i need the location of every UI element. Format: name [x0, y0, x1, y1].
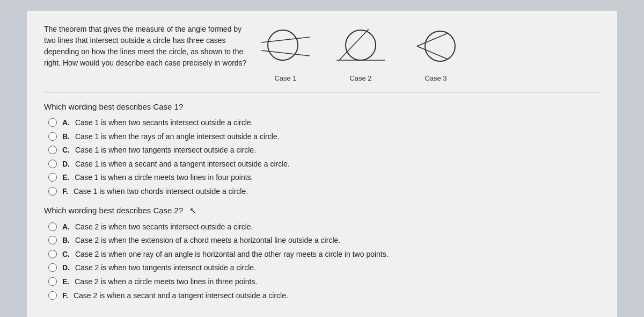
svg-line-8: [417, 46, 448, 59]
q1-radio-d[interactable]: [48, 160, 57, 168]
cursor-icon: ↖: [189, 206, 196, 215]
svg-line-5: [339, 29, 369, 60]
case2-svg: [334, 24, 387, 72]
q1-letter-b: B.: [62, 132, 70, 142]
q2-option-b[interactable]: B. Case 2 is when the extension of a cho…: [48, 235, 600, 246]
q2-option-e[interactable]: E. Case 2 is when a circle meets two lin…: [48, 277, 600, 287]
question2-text: Which wording best describes Case 2? ↖: [44, 206, 600, 215]
q2-text-e: Case 2 is when a circle meets two lines …: [75, 277, 257, 287]
q2-radio-f[interactable]: [48, 291, 57, 300]
q1-letter-a: A.: [62, 118, 70, 128]
svg-point-6: [425, 31, 455, 61]
q1-text-f: Case 1 is when two chords intersect outs…: [74, 186, 248, 197]
q1-option-f[interactable]: F. Case 1 is when two chords intersect o…: [48, 186, 600, 197]
q1-radio-b[interactable]: [48, 132, 57, 141]
question1-options: A. Case 1 is when two secants intersect …: [48, 118, 600, 197]
q1-text-c: Case 1 is when two tangents intersect ou…: [75, 145, 256, 156]
q1-option-c[interactable]: C. Case 1 is when two tangents intersect…: [48, 145, 600, 156]
q2-radio-e[interactable]: [48, 277, 57, 286]
svg-point-3: [346, 30, 376, 60]
q2-letter-d: D.: [62, 263, 70, 273]
q2-radio-d[interactable]: [48, 263, 57, 272]
q1-text-d: Case 1 is when a secant and a tangent in…: [75, 159, 290, 170]
q2-letter-a: A.: [62, 222, 70, 233]
theorem-text: The theorem that gives the measure of th…: [44, 24, 248, 69]
case3-label: Case 3: [425, 74, 447, 82]
diagrams-container: Case 1 Case 2: [259, 24, 600, 82]
q1-radio-a[interactable]: [48, 118, 57, 127]
q1-radio-f[interactable]: [48, 187, 57, 196]
question2-options: A. Case 2 is when two secants intersect …: [48, 222, 600, 301]
q2-text-a: Case 2 is when two secants intersect out…: [75, 222, 253, 233]
q1-radio-e[interactable]: [48, 173, 57, 182]
q2-text-f: Case 2 is when a secant and a tangent in…: [74, 291, 288, 301]
q1-option-b[interactable]: B. Case 1 is when the rays of an angle i…: [48, 132, 600, 142]
case2-label: Case 2: [349, 74, 371, 82]
case1-svg: [259, 24, 312, 72]
q2-radio-c[interactable]: [48, 250, 57, 258]
question1-section: Which wording best describes Case 1? A. …: [44, 102, 600, 197]
top-section: The theorem that gives the measure of th…: [44, 24, 600, 92]
q2-option-c[interactable]: C. Case 2 is when one ray of an angle is…: [48, 249, 600, 260]
q1-text-a: Case 1 is when two secants intersect out…: [75, 118, 253, 128]
diagram-case2: Case 2: [334, 24, 387, 82]
q1-letter-c: C.: [62, 145, 70, 156]
q1-radio-c[interactable]: [48, 146, 57, 154]
q2-option-a[interactable]: A. Case 2 is when two secants intersect …: [48, 222, 600, 233]
diagram-case1: Case 1: [259, 24, 312, 82]
svg-line-2: [261, 51, 310, 56]
q2-letter-e: E.: [62, 277, 69, 287]
svg-point-0: [268, 30, 298, 60]
question1-text: Which wording best describes Case 1?: [44, 102, 600, 111]
page-container: The theorem that gives the measure of th…: [27, 11, 617, 317]
diagram-case3: Case 3: [409, 24, 463, 82]
q2-option-f[interactable]: F. Case 2 is when a secant and a tangent…: [48, 291, 600, 301]
q1-option-e[interactable]: E. Case 1 is when a circle meets two lin…: [48, 172, 600, 183]
q2-text-b: Case 2 is when the extension of a chord …: [75, 235, 340, 246]
q2-option-d[interactable]: D. Case 2 is when two tangents intersect…: [48, 263, 600, 273]
q2-letter-c: C.: [62, 249, 70, 260]
q2-radio-a[interactable]: [48, 222, 57, 231]
case1-label: Case 1: [274, 74, 296, 82]
q1-letter-f: F.: [62, 186, 68, 197]
q2-text-d: Case 2 is when two tangents intersect ou…: [75, 263, 256, 273]
svg-line-7: [417, 33, 448, 46]
q1-option-d[interactable]: D. Case 1 is when a secant and a tangent…: [48, 159, 600, 170]
q1-letter-d: D.: [62, 159, 70, 170]
q2-letter-f: F.: [62, 291, 68, 301]
q2-letter-b: B.: [62, 235, 70, 246]
q2-radio-b[interactable]: [48, 236, 57, 244]
q1-text-b: Case 1 is when the rays of an angle inte…: [75, 132, 280, 142]
q1-text-e: Case 1 is when a circle meets two lines …: [75, 172, 253, 183]
q1-option-a[interactable]: A. Case 1 is when two secants intersect …: [48, 118, 600, 128]
case3-svg: [409, 24, 463, 72]
question2-section: Which wording best describes Case 2? ↖ A…: [44, 206, 600, 301]
q1-letter-e: E.: [62, 172, 69, 183]
q2-text-c: Case 2 is when one ray of an angle is ho…: [75, 249, 389, 260]
